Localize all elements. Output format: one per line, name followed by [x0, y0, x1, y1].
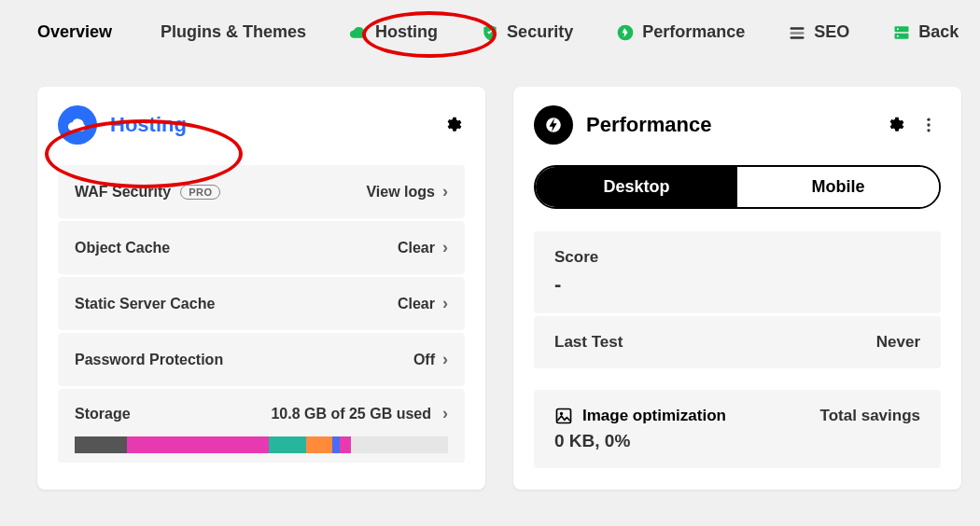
storage-segment — [269, 436, 306, 453]
hosting-title: Hosting — [110, 113, 187, 137]
row-label-text: Static Server Cache — [75, 296, 215, 312]
nav-label: Performance — [642, 22, 745, 42]
chevron-right-icon: › — [442, 238, 448, 257]
performance-settings-button[interactable] — [883, 113, 907, 137]
storage-bar — [75, 436, 448, 453]
chevron-right-icon: › — [442, 294, 448, 313]
performance-title: Performance — [586, 113, 712, 137]
spacer — [534, 371, 941, 390]
hosting-row-static-cache[interactable]: Static Server Cache Clear › — [58, 277, 465, 330]
nav-backups[interactable]: Back — [892, 22, 959, 42]
total-savings-label: Total savings — [820, 407, 920, 425]
storage-segment — [127, 436, 269, 453]
storage-segment — [351, 436, 448, 453]
svg-point-11 — [927, 123, 930, 126]
row-label: Password Protection — [75, 352, 413, 368]
last-test-label: Last Test — [554, 333, 876, 352]
svg-rect-4 — [895, 26, 909, 32]
top-nav: Overview Plugins & Themes Hosting Securi… — [0, 0, 980, 70]
shield-icon — [481, 23, 499, 42]
nav-performance[interactable]: Performance — [616, 22, 745, 42]
hosting-title-wrap[interactable]: Hosting — [58, 105, 431, 145]
row-label: WAF Security PRO — [75, 184, 366, 201]
svg-rect-3 — [791, 36, 805, 38]
performance-more-button[interactable] — [917, 113, 941, 137]
hosting-card: Hosting WAF Security PRO View logs › Obj… — [37, 87, 485, 490]
hosting-row-password[interactable]: Password Protection Off › — [58, 333, 465, 386]
row-action-text: Off — [413, 352, 435, 368]
storage-segment — [340, 436, 351, 453]
nav-seo[interactable]: SEO — [788, 22, 849, 42]
hosting-settings-button[interactable] — [441, 113, 465, 137]
svg-point-6 — [897, 28, 899, 30]
storage-segment — [75, 436, 127, 453]
device-segmented-control: Desktop Mobile — [534, 165, 941, 209]
storage-label: Storage — [75, 406, 271, 422]
nav-security[interactable]: Security — [481, 22, 573, 42]
row-label: Static Server Cache — [75, 296, 398, 312]
row-action[interactable]: Off › — [413, 350, 448, 369]
performance-title-wrap[interactable]: Performance — [534, 105, 874, 145]
row-action-text: Clear — [398, 240, 435, 256]
cloud-icon — [58, 105, 97, 145]
storage-value: 10.8 GB of 25 GB used — [271, 406, 431, 422]
performance-card-header: Performance — [534, 105, 941, 145]
svg-rect-1 — [791, 27, 805, 30]
chevron-right-icon: › — [442, 182, 448, 201]
content-row: Hosting WAF Security PRO View logs › Obj… — [0, 70, 980, 490]
performance-card: Performance Desktop Mobile Score - Last … — [513, 87, 961, 490]
chevron-right-icon: › — [442, 404, 448, 423]
server-icon — [892, 23, 911, 42]
svg-rect-2 — [791, 32, 805, 35]
last-test-value: Never — [876, 333, 920, 352]
image-opt-label-text: Image optimization — [582, 407, 726, 425]
image-icon — [554, 407, 573, 425]
svg-point-14 — [560, 412, 563, 415]
svg-point-12 — [927, 129, 930, 132]
gauge-icon — [616, 23, 635, 42]
image-opt-block: Image optimization Total savings 0 KB, 0… — [534, 390, 941, 468]
image-opt-value: 0 KB, 0% — [554, 431, 920, 451]
row-label-text: Object Cache — [75, 240, 170, 256]
row-label-text: Password Protection — [75, 352, 223, 368]
hosting-card-header: Hosting — [58, 105, 465, 145]
nav-label: SEO — [814, 22, 849, 42]
nav-overview[interactable]: Overview — [37, 22, 112, 42]
nav-label: Hosting — [375, 22, 438, 42]
nav-label: Back — [918, 22, 959, 42]
row-action[interactable]: Clear › — [398, 294, 448, 313]
image-opt-label: Image optimization — [554, 407, 820, 425]
nav-plugins[interactable]: Plugins & Themes — [161, 22, 306, 42]
row-label-text: WAF Security — [75, 184, 171, 201]
pro-badge: PRO — [180, 185, 220, 200]
hosting-row-waf[interactable]: WAF Security PRO View logs › — [58, 165, 465, 218]
svg-point-10 — [927, 118, 930, 121]
svg-point-7 — [897, 35, 899, 36]
bolt-icon — [534, 105, 573, 145]
row-action[interactable]: View logs › — [366, 182, 448, 201]
last-test-block: Last Test Never — [534, 316, 941, 368]
cloud-icon — [349, 23, 368, 42]
nav-hosting[interactable]: Hosting — [349, 22, 438, 42]
nav-label: Plugins & Themes — [161, 22, 306, 42]
hosting-row-storage[interactable]: Storage 10.8 GB of 25 GB used › — [58, 389, 465, 463]
tab-mobile[interactable]: Mobile — [737, 167, 939, 207]
gear-icon — [886, 116, 904, 134]
score-label: Score — [554, 248, 920, 267]
row-action[interactable]: Clear › — [398, 238, 448, 257]
chevron-right-icon: › — [442, 350, 448, 369]
storage-segment — [332, 436, 340, 453]
row-action-text: View logs — [366, 184, 435, 201]
nav-label: Overview — [37, 22, 112, 42]
gear-icon — [443, 116, 462, 134]
nav-label: Security — [507, 22, 573, 42]
tab-desktop[interactable]: Desktop — [536, 167, 737, 207]
score-value: - — [554, 272, 920, 297]
storage-segment — [306, 436, 332, 453]
hosting-row-object-cache[interactable]: Object Cache Clear › — [58, 221, 465, 274]
row-action-text: Clear — [398, 296, 435, 312]
svg-rect-5 — [895, 33, 909, 38]
dots-vertical-icon — [919, 116, 938, 134]
svg-rect-13 — [557, 409, 571, 423]
score-block: Score - — [534, 231, 941, 313]
